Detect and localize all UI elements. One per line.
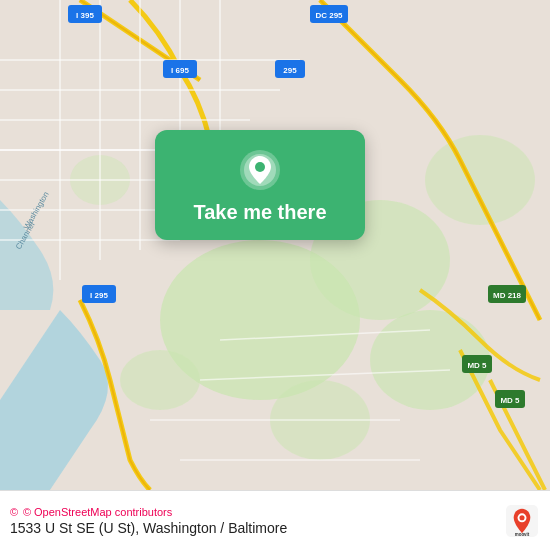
svg-text:295: 295 <box>283 66 297 75</box>
location-pin-icon <box>238 148 282 192</box>
take-me-there-button[interactable]: Take me there <box>193 200 326 224</box>
moovit-logo: moovit <box>506 505 538 537</box>
copyright-symbol: © <box>10 506 18 518</box>
map-container: I 395 I 695 DC 295 295 I 295 MD 218 MD 5… <box>0 0 550 490</box>
svg-point-5 <box>120 350 200 410</box>
svg-text:I 395: I 395 <box>76 11 94 20</box>
svg-text:MD 5: MD 5 <box>500 396 520 405</box>
address-text: 1533 U St SE (U St), Washington / Baltim… <box>10 520 287 536</box>
card-overlay: Take me there <box>155 130 365 240</box>
svg-text:MD 218: MD 218 <box>493 291 522 300</box>
attribution-text: © OpenStreetMap contributors <box>23 506 172 518</box>
bottom-bar: © © OpenStreetMap contributors 1533 U St… <box>0 490 550 550</box>
osm-attribution: © © OpenStreetMap contributors <box>10 506 287 518</box>
svg-text:I 695: I 695 <box>171 66 189 75</box>
moovit-icon: moovit <box>506 505 538 537</box>
svg-point-49 <box>519 515 524 520</box>
bottom-info: © © OpenStreetMap contributors 1533 U St… <box>10 506 287 536</box>
svg-text:moovit: moovit <box>515 532 530 537</box>
svg-text:DC 295: DC 295 <box>315 11 343 20</box>
svg-text:MD 5: MD 5 <box>467 361 487 370</box>
svg-point-46 <box>255 162 265 172</box>
map-svg: I 395 I 695 DC 295 295 I 295 MD 218 MD 5… <box>0 0 550 490</box>
svg-point-6 <box>425 135 535 225</box>
svg-text:I 295: I 295 <box>90 291 108 300</box>
